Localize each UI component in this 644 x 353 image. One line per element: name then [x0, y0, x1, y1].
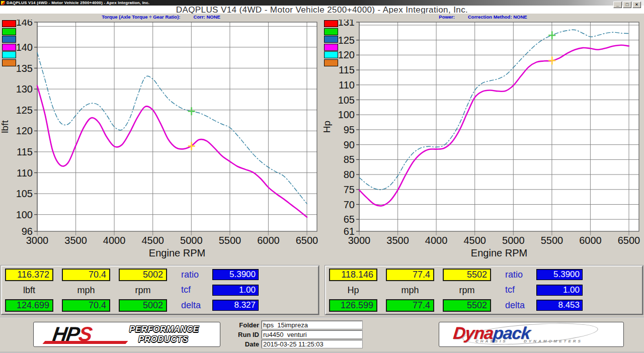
speed-reference-value: 70.4 — [62, 299, 110, 312]
svg-text:130: 130 — [16, 83, 33, 95]
folder-input[interactable] — [262, 321, 362, 329]
svg-text:lbft: lbft — [0, 120, 10, 133]
svg-text:120: 120 — [338, 49, 355, 60]
power-side-readouts: ratio 5.3900 tcf 1.00 delta 8.453 — [505, 269, 583, 312]
svg-text:75: 75 — [344, 184, 355, 195]
legend-swatch-5[interactable] — [2, 59, 16, 66]
legend-swatch-0[interactable] — [2, 20, 16, 27]
legend-swatch-4[interactable] — [2, 51, 16, 58]
svg-text:3000: 3000 — [26, 235, 49, 246]
power-header-label: Power: — [439, 14, 455, 20]
minimize-button[interactable]: _ — [613, 2, 622, 8]
delta-value: 8.327 — [212, 300, 259, 311]
power-correction-label: Correction Method: NONE — [468, 14, 527, 20]
svg-text:100: 100 — [16, 209, 33, 220]
ratio-value: 5.3900 — [212, 269, 259, 280]
legend-swatch-2[interactable] — [2, 36, 16, 43]
power-chart[interactable]: 1311251201151101051009590858075706561300… — [322, 20, 644, 264]
power-legend-swatches — [324, 20, 338, 67]
delta-label: delta — [181, 300, 212, 311]
tcf-label: tcf — [505, 285, 536, 295]
dynapack-sub-dynamometers: DYNAMOMETERS — [524, 339, 583, 343]
tcf-value: 1.00 — [536, 285, 583, 296]
torque-current-value: 116.372 — [5, 269, 53, 281]
svg-text:4000: 4000 — [425, 235, 448, 246]
speed-reference-value: 77.4 — [386, 299, 434, 312]
rpm-reference-value: 5502 — [443, 299, 491, 312]
run-info-fields: Folder Run ID Date — [225, 321, 391, 349]
power-chart-panel: 1311251201151101051009590858075706561300… — [322, 20, 644, 264]
svg-text:110: 110 — [17, 167, 33, 179]
heading-row: DAQPLUS V14 (4WD - Motor Vehicle 2500+40… — [0, 6, 644, 14]
tcf-value: 1.00 — [212, 285, 259, 296]
torque-legend-swatches — [2, 20, 16, 67]
torque-chart-panel: 1461401351301251201151101051009630003500… — [0, 20, 322, 264]
page-title: DAQPLUS V14 (4WD - Motor Vehicle 2500+40… — [0, 6, 644, 14]
speed-unit-label: mph — [386, 285, 434, 296]
readouts-row: 116.372 70.4 5002 lbft mph rpm 124.699 7… — [0, 264, 644, 317]
svg-text:5500: 5500 — [219, 235, 242, 246]
power-readout-values: 118.146 77.4 5502 Hp mph rpm 126.599 77.… — [329, 269, 491, 312]
svg-text:5000: 5000 — [180, 235, 203, 246]
power-subheader: Power: Correction Method: NONE — [322, 14, 644, 20]
power-readout-panel: 118.146 77.4 5502 Hp mph rpm 126.599 77.… — [325, 266, 643, 315]
torque-reference-value: 124.699 — [5, 299, 53, 312]
folder-label: Folder — [225, 321, 262, 329]
speed-current-value: 77.4 — [386, 269, 434, 281]
legend-swatch-1[interactable] — [324, 28, 338, 35]
svg-text:146: 146 — [16, 20, 33, 28]
svg-text:100: 100 — [338, 109, 355, 120]
torque-correction-label: Corr: NONE — [194, 14, 220, 20]
date-input[interactable] — [262, 340, 362, 348]
svg-text:4000: 4000 — [103, 235, 126, 246]
svg-text:Hp: Hp — [322, 121, 332, 133]
legend-swatch-1[interactable] — [2, 28, 16, 35]
legend-swatch-3[interactable] — [324, 44, 338, 51]
svg-text:105: 105 — [338, 95, 355, 106]
rpm-unit-label: rpm — [119, 285, 167, 296]
ratio-value: 5.3900 — [536, 269, 583, 280]
run-id-label: Run ID — [225, 331, 262, 338]
svg-text:6500: 6500 — [618, 235, 640, 246]
torque-subheader: Torque (Axle Torque ÷ Gear Ratio): Corr:… — [0, 14, 322, 20]
rpm-current-value: 5002 — [119, 269, 167, 281]
tcf-label: tcf — [181, 285, 212, 295]
svg-text:6000: 6000 — [579, 235, 602, 246]
hps-logo: HPS PERFORMANCE PRODUCTS — [33, 322, 220, 347]
speed-unit-label: mph — [62, 285, 110, 296]
legend-swatch-4[interactable] — [324, 51, 338, 58]
legend-swatch-0[interactable] — [324, 20, 338, 27]
svg-text:Engine RPM: Engine RPM — [149, 247, 205, 258]
svg-text:115: 115 — [17, 146, 33, 157]
torque-unit-label: lbft — [5, 285, 53, 296]
ratio-label: ratio — [505, 270, 536, 280]
legend-swatch-3[interactable] — [2, 44, 16, 51]
legend-swatch-2[interactable] — [324, 36, 338, 43]
svg-text:110: 110 — [339, 79, 355, 91]
ratio-label: ratio — [181, 270, 212, 280]
run-id-input[interactable] — [262, 330, 362, 338]
dynapack-sub-chassis: CHASSIS — [475, 339, 508, 343]
torque-chart[interactable]: 1461401351301251201151101051009630003500… — [0, 20, 322, 264]
svg-text:5000: 5000 — [502, 235, 525, 246]
delta-value: 8.453 — [536, 300, 583, 311]
svg-text:3500: 3500 — [64, 235, 87, 246]
dynapack-logo: Dynapack CHASSIS DYNAMOMETERS — [439, 322, 624, 347]
app-icon — [1, 1, 5, 5]
restore-button[interactable]: □ — [623, 2, 631, 8]
svg-text:4500: 4500 — [463, 235, 486, 246]
svg-text:115: 115 — [339, 64, 355, 75]
window-controls: _ □ × — [613, 2, 641, 8]
svg-text:90: 90 — [344, 139, 355, 150]
hps-logo-swoosh — [42, 341, 128, 344]
svg-text:80: 80 — [344, 169, 355, 180]
legend-swatch-5[interactable] — [324, 59, 338, 66]
power-unit-label: Hp — [329, 285, 377, 296]
title-bar: DAQPLUS V14 (4WD - Motor Vehicle 2500+40… — [0, 0, 644, 6]
close-button[interactable]: × — [632, 2, 641, 8]
torque-readout-values: 116.372 70.4 5002 lbft mph rpm 124.699 7… — [5, 269, 167, 312]
svg-text:131: 131 — [338, 20, 355, 28]
delta-label: delta — [505, 300, 536, 311]
rpm-unit-label: rpm — [443, 285, 491, 296]
svg-text:5500: 5500 — [541, 235, 564, 246]
